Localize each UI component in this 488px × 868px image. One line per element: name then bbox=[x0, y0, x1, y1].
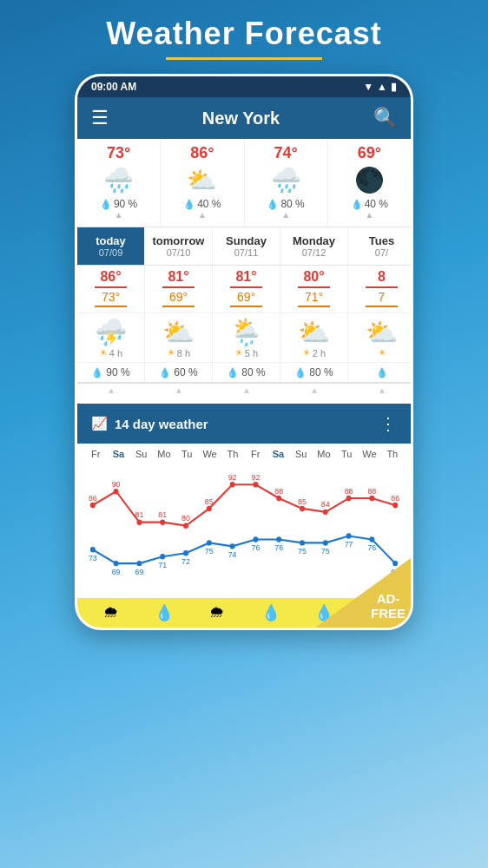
svg-point-40 bbox=[230, 543, 235, 549]
ficon-2: 🌦️ ☀5 h bbox=[213, 313, 280, 362]
fweather-icon-1: ⛅ bbox=[162, 317, 195, 347]
day-name-4: Tues bbox=[369, 234, 394, 247]
day-label-11: Tu bbox=[335, 449, 358, 459]
fourteen-day-title: 📈 14 day weather bbox=[91, 416, 208, 431]
svg-text:76: 76 bbox=[367, 543, 376, 552]
fweather-icon-4: ⛅ bbox=[366, 317, 398, 347]
nav-bar: ☰ New York 🔍 bbox=[77, 97, 411, 139]
svg-point-10 bbox=[207, 506, 212, 511]
frain-2: 💧 80 % bbox=[213, 363, 280, 382]
hour-col-1: 86° ⛅ 💧 40 % ▲ bbox=[161, 139, 244, 227]
svg-text:71: 71 bbox=[158, 561, 167, 569]
day-col-today[interactable]: today 07/09 bbox=[77, 227, 145, 265]
ficon-0: ⛈️ ☀4 h bbox=[77, 313, 145, 362]
sun-hours-4: ☀ bbox=[378, 347, 386, 358]
svg-point-16 bbox=[276, 496, 281, 501]
hourly-temp-1: 86° bbox=[190, 144, 214, 162]
svg-text:73: 73 bbox=[89, 554, 97, 562]
forecast-rain-row: 💧 90 % 💧 60 % 💧 80 % 💧 80 % 💧 bbox=[77, 363, 411, 384]
day-name-0: today bbox=[96, 234, 126, 247]
frain-3: 💧 80 % bbox=[280, 363, 348, 382]
hourly-rain-1: 💧 40 % bbox=[183, 198, 221, 210]
svg-text:75: 75 bbox=[205, 547, 214, 556]
day-date-1: 07/10 bbox=[167, 247, 191, 258]
search-icon[interactable]: 🔍 bbox=[373, 107, 397, 129]
day-label-9: Su bbox=[290, 449, 313, 459]
day-col-4[interactable]: Tues 07/ bbox=[348, 227, 411, 265]
svg-text:77: 77 bbox=[345, 540, 353, 549]
adfree-container: AD-FREE bbox=[315, 558, 411, 628]
strip-icon-2: 🌧 bbox=[191, 603, 244, 622]
chart-icon: 📈 bbox=[91, 416, 108, 431]
svg-point-46 bbox=[300, 540, 305, 545]
hourly-rain-2: 💧 80 % bbox=[267, 198, 304, 210]
low-4: 7 bbox=[379, 290, 386, 304]
page-title: Weather Forecast bbox=[106, 16, 381, 52]
svg-point-20 bbox=[323, 510, 328, 515]
svg-text:80: 80 bbox=[181, 514, 190, 523]
status-time: 09:00 AM bbox=[91, 81, 136, 93]
high-0: 86° bbox=[100, 269, 121, 285]
high-2: 81° bbox=[235, 269, 256, 285]
svg-text:85: 85 bbox=[205, 496, 214, 505]
svg-text:92: 92 bbox=[251, 473, 260, 482]
hour-col-2: 74° 🌧️ 💧 80 % ▲ bbox=[245, 139, 328, 227]
day-col-1[interactable]: tomorrow 07/10 bbox=[145, 227, 213, 265]
forecast-header-row: today 07/09 tomorrow 07/10 Sunday 07/11 … bbox=[77, 227, 411, 266]
svg-point-50 bbox=[346, 533, 352, 538]
svg-text:84: 84 bbox=[321, 500, 330, 509]
sun-hours-3: ☀2 h bbox=[302, 347, 326, 358]
fweather-icon-2: 🌦️ bbox=[230, 317, 262, 347]
svg-point-22 bbox=[346, 496, 352, 501]
hourly-icon-1: ⛅ bbox=[187, 166, 217, 194]
ftemp-0: 86° 73° bbox=[77, 266, 145, 312]
forecast-highs: 86° 73° 81° 69° 81° 69° 80° 71° bbox=[77, 266, 411, 313]
svg-text:86: 86 bbox=[89, 493, 97, 502]
svg-text:75: 75 bbox=[321, 547, 330, 556]
day-label-8: Sa bbox=[267, 449, 289, 459]
hourly-scroll: 73° 🌧️ 💧 90 % ▲ 86° ⛅ 💧 40 % ▲ 74° 🌧️ 💧 … bbox=[77, 139, 411, 227]
svg-point-18 bbox=[300, 506, 305, 511]
hourly-temp-2: 74° bbox=[274, 144, 298, 162]
day-col-3[interactable]: Monday 07/12 bbox=[280, 227, 348, 265]
day-col-2[interactable]: Sunday 07/11 bbox=[213, 227, 280, 265]
day-date-4: 07/ bbox=[375, 247, 388, 258]
rain-pct-2: 80 % bbox=[241, 366, 265, 378]
day-name-2: Sunday bbox=[226, 234, 267, 247]
day-label-6: Th bbox=[221, 449, 244, 459]
svg-text:76: 76 bbox=[274, 543, 283, 552]
svg-point-26 bbox=[392, 503, 398, 508]
high-4: 8 bbox=[378, 269, 386, 285]
city-name: New York bbox=[202, 108, 280, 128]
phone-bottom-area: 📈 14 day weather ⋮ FrSaSuMoTuWeThFrSaSuM… bbox=[77, 404, 411, 628]
forecast-table: today 07/09 tomorrow 07/10 Sunday 07/11 … bbox=[77, 227, 411, 397]
hourly-icon-3: 🌑 bbox=[354, 166, 385, 194]
day-date-3: 07/12 bbox=[302, 247, 326, 258]
forecast-icons-row: ⛈️ ☀4 h ⛅ ☀8 h 🌦️ ☀5 h ⛅ ☀2 h ⛅ ☀ bbox=[77, 313, 411, 363]
signal-icon: ▲ bbox=[377, 81, 387, 93]
ficon-1: ⛅ ☀8 h bbox=[145, 313, 213, 362]
svg-text:88: 88 bbox=[345, 486, 353, 495]
svg-text:81: 81 bbox=[135, 510, 144, 519]
more-options-icon[interactable]: ⋮ bbox=[379, 413, 397, 434]
svg-point-42 bbox=[253, 536, 258, 542]
svg-text:88: 88 bbox=[367, 486, 376, 495]
ficon-4: ⛅ ☀ bbox=[348, 313, 411, 362]
ficon-3: ⛅ ☀2 h bbox=[280, 313, 348, 362]
sun-hours-2: ☀5 h bbox=[234, 347, 258, 358]
hourly-temp-3: 69° bbox=[358, 144, 381, 162]
frain-1: 💧 60 % bbox=[145, 363, 213, 382]
svg-text:69: 69 bbox=[112, 568, 121, 576]
title-underline bbox=[166, 57, 322, 60]
hourly-icon-0: 🌧️ bbox=[103, 166, 134, 194]
svg-point-52 bbox=[369, 536, 374, 542]
svg-point-30 bbox=[114, 561, 119, 566]
menu-icon[interactable]: ☰ bbox=[91, 107, 109, 129]
svg-text:85: 85 bbox=[298, 496, 307, 505]
svg-point-36 bbox=[183, 550, 188, 556]
day-label-10: Mo bbox=[313, 449, 335, 459]
low-1: 69° bbox=[169, 290, 188, 304]
fourteen-day-label: 14 day weather bbox=[115, 417, 208, 431]
low-0: 73° bbox=[102, 290, 120, 304]
frain-0: 💧 90 % bbox=[77, 363, 145, 382]
